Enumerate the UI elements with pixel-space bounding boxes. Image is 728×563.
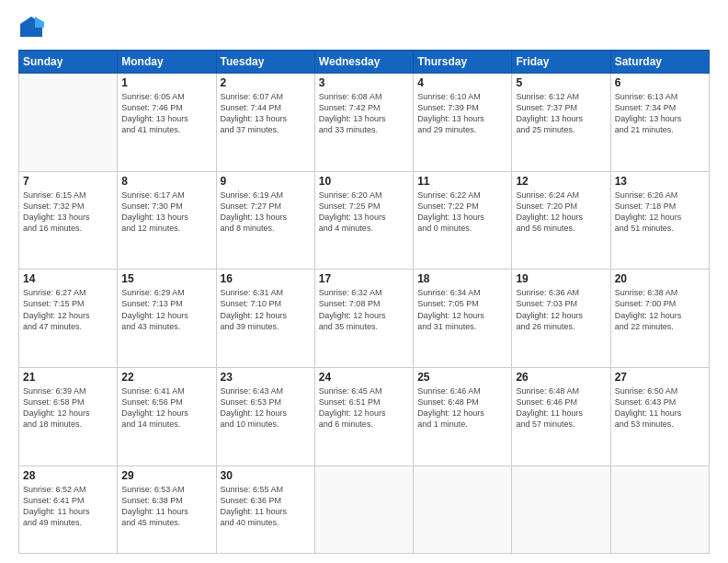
day-info: Sunrise: 6:41 AM Sunset: 6:56 PM Dayligh…	[121, 385, 211, 431]
day-info: Sunrise: 6:26 AM Sunset: 7:18 PM Dayligh…	[615, 190, 705, 235]
calendar-cell: 27Sunrise: 6:50 AM Sunset: 6:43 PM Dayli…	[610, 367, 709, 465]
day-info: Sunrise: 6:15 AM Sunset: 7:32 PM Dayligh…	[23, 190, 113, 235]
day-of-week-header: Sunday	[19, 51, 118, 74]
day-number: 30	[221, 469, 311, 482]
day-number: 21	[23, 371, 113, 384]
calendar-cell: 12Sunrise: 6:24 AM Sunset: 7:20 PM Dayli…	[512, 171, 610, 270]
day-info: Sunrise: 6:32 AM Sunset: 7:08 PM Dayligh…	[319, 287, 409, 332]
day-number: 22	[121, 371, 211, 384]
day-number: 13	[615, 175, 705, 188]
day-number: 17	[319, 272, 409, 285]
day-number: 15	[121, 272, 211, 285]
calendar-body: 1Sunrise: 6:05 AM Sunset: 7:46 PM Daylig…	[19, 74, 710, 554]
day-info: Sunrise: 6:19 AM Sunset: 7:27 PM Dayligh…	[221, 190, 311, 235]
day-info: Sunrise: 6:07 AM Sunset: 7:44 PM Dayligh…	[221, 91, 311, 136]
day-of-week-header: Thursday	[414, 51, 512, 74]
calendar-cell: 17Sunrise: 6:32 AM Sunset: 7:08 PM Dayli…	[314, 270, 413, 368]
day-number: 2	[221, 76, 311, 89]
calendar-cell: 30Sunrise: 6:55 AM Sunset: 6:36 PM Dayli…	[216, 465, 314, 553]
day-info: Sunrise: 6:50 AM Sunset: 6:43 PM Dayligh…	[615, 385, 705, 431]
day-info: Sunrise: 6:24 AM Sunset: 7:20 PM Dayligh…	[516, 190, 606, 235]
calendar-cell: 1Sunrise: 6:05 AM Sunset: 7:46 PM Daylig…	[118, 74, 216, 172]
day-number: 14	[23, 272, 113, 285]
day-number: 20	[615, 272, 705, 285]
calendar-cell: 15Sunrise: 6:29 AM Sunset: 7:13 PM Dayli…	[118, 270, 216, 368]
day-number: 11	[417, 175, 507, 188]
calendar-cell: 22Sunrise: 6:41 AM Sunset: 6:56 PM Dayli…	[118, 367, 216, 465]
calendar-cell: 10Sunrise: 6:20 AM Sunset: 7:25 PM Dayli…	[314, 171, 413, 270]
calendar-cell: 7Sunrise: 6:15 AM Sunset: 7:32 PM Daylig…	[19, 171, 118, 270]
day-info: Sunrise: 6:48 AM Sunset: 6:46 PM Dayligh…	[516, 385, 606, 431]
day-info: Sunrise: 6:34 AM Sunset: 7:05 PM Dayligh…	[417, 287, 507, 332]
day-number: 25	[417, 371, 507, 384]
day-number: 29	[121, 469, 211, 482]
calendar-cell	[414, 465, 512, 553]
calendar-cell	[610, 465, 709, 553]
day-number: 24	[319, 371, 409, 384]
calendar-cell: 5Sunrise: 6:12 AM Sunset: 7:37 PM Daylig…	[512, 74, 610, 172]
day-number: 7	[23, 175, 113, 188]
day-info: Sunrise: 6:53 AM Sunset: 6:38 PM Dayligh…	[121, 484, 211, 529]
day-info: Sunrise: 6:20 AM Sunset: 7:25 PM Dayligh…	[319, 190, 409, 235]
calendar-cell: 13Sunrise: 6:26 AM Sunset: 7:18 PM Dayli…	[610, 171, 709, 270]
calendar-header: SundayMondayTuesdayWednesdayThursdayFrid…	[19, 51, 710, 74]
day-number: 6	[615, 76, 705, 89]
calendar-cell: 21Sunrise: 6:39 AM Sunset: 6:58 PM Dayli…	[19, 367, 118, 465]
day-info: Sunrise: 6:12 AM Sunset: 7:37 PM Dayligh…	[516, 91, 606, 136]
day-number: 9	[221, 175, 311, 188]
calendar-cell: 16Sunrise: 6:31 AM Sunset: 7:10 PM Dayli…	[216, 270, 314, 368]
day-info: Sunrise: 6:46 AM Sunset: 6:48 PM Dayligh…	[417, 385, 507, 431]
calendar-cell: 9Sunrise: 6:19 AM Sunset: 7:27 PM Daylig…	[216, 171, 314, 270]
day-number: 19	[516, 272, 606, 285]
calendar-cell: 28Sunrise: 6:52 AM Sunset: 6:41 PM Dayli…	[19, 465, 118, 553]
calendar-cell: 11Sunrise: 6:22 AM Sunset: 7:22 PM Dayli…	[414, 171, 512, 270]
calendar-week-row: 28Sunrise: 6:52 AM Sunset: 6:41 PM Dayli…	[19, 465, 710, 553]
day-number: 12	[516, 175, 606, 188]
calendar-cell: 23Sunrise: 6:43 AM Sunset: 6:53 PM Dayli…	[216, 367, 314, 465]
calendar-cell: 6Sunrise: 6:13 AM Sunset: 7:34 PM Daylig…	[610, 74, 709, 172]
day-number: 28	[23, 469, 113, 482]
day-number: 23	[221, 371, 311, 384]
day-info: Sunrise: 6:43 AM Sunset: 6:53 PM Dayligh…	[221, 385, 311, 431]
svg-marker-1	[35, 17, 44, 28]
calendar-cell: 3Sunrise: 6:08 AM Sunset: 7:42 PM Daylig…	[314, 74, 413, 172]
day-info: Sunrise: 6:36 AM Sunset: 7:03 PM Dayligh…	[516, 287, 606, 332]
day-info: Sunrise: 6:27 AM Sunset: 7:15 PM Dayligh…	[23, 287, 113, 332]
day-info: Sunrise: 6:31 AM Sunset: 7:10 PM Dayligh…	[221, 287, 311, 332]
calendar-cell: 26Sunrise: 6:48 AM Sunset: 6:46 PM Dayli…	[512, 367, 610, 465]
calendar-cell: 29Sunrise: 6:53 AM Sunset: 6:38 PM Dayli…	[118, 465, 216, 553]
day-number: 10	[319, 175, 409, 188]
day-info: Sunrise: 6:05 AM Sunset: 7:46 PM Dayligh…	[121, 91, 211, 136]
day-number: 27	[615, 371, 705, 384]
calendar-cell: 4Sunrise: 6:10 AM Sunset: 7:39 PM Daylig…	[414, 74, 512, 172]
day-number: 4	[417, 76, 507, 89]
calendar-cell: 20Sunrise: 6:38 AM Sunset: 7:00 PM Dayli…	[610, 270, 709, 368]
header-row: SundayMondayTuesdayWednesdayThursdayFrid…	[19, 51, 710, 74]
day-info: Sunrise: 6:45 AM Sunset: 6:51 PM Dayligh…	[319, 385, 409, 431]
day-info: Sunrise: 6:38 AM Sunset: 7:00 PM Dayligh…	[615, 287, 705, 332]
logo-icon	[18, 15, 44, 40]
day-number: 26	[516, 371, 606, 384]
day-number: 1	[121, 76, 211, 89]
day-number: 18	[417, 272, 507, 285]
calendar-cell: 25Sunrise: 6:46 AM Sunset: 6:48 PM Dayli…	[414, 367, 512, 465]
day-number: 8	[121, 175, 211, 188]
logo	[18, 15, 48, 40]
day-number: 5	[516, 76, 606, 89]
calendar-cell: 2Sunrise: 6:07 AM Sunset: 7:44 PM Daylig…	[216, 74, 314, 172]
day-number: 3	[319, 76, 409, 89]
day-info: Sunrise: 6:39 AM Sunset: 6:58 PM Dayligh…	[23, 385, 113, 431]
calendar-week-row: 14Sunrise: 6:27 AM Sunset: 7:15 PM Dayli…	[19, 270, 710, 368]
day-info: Sunrise: 6:17 AM Sunset: 7:30 PM Dayligh…	[121, 190, 211, 235]
day-of-week-header: Wednesday	[314, 51, 413, 74]
day-of-week-header: Saturday	[610, 51, 709, 74]
calendar-cell: 19Sunrise: 6:36 AM Sunset: 7:03 PM Dayli…	[512, 270, 610, 368]
day-of-week-header: Monday	[118, 51, 216, 74]
calendar-cell: 14Sunrise: 6:27 AM Sunset: 7:15 PM Dayli…	[19, 270, 118, 368]
day-info: Sunrise: 6:55 AM Sunset: 6:36 PM Dayligh…	[221, 484, 311, 529]
header	[18, 15, 710, 40]
calendar-cell	[512, 465, 610, 553]
day-number: 16	[221, 272, 311, 285]
day-info: Sunrise: 6:22 AM Sunset: 7:22 PM Dayligh…	[417, 190, 507, 235]
calendar-cell: 8Sunrise: 6:17 AM Sunset: 7:30 PM Daylig…	[118, 171, 216, 270]
